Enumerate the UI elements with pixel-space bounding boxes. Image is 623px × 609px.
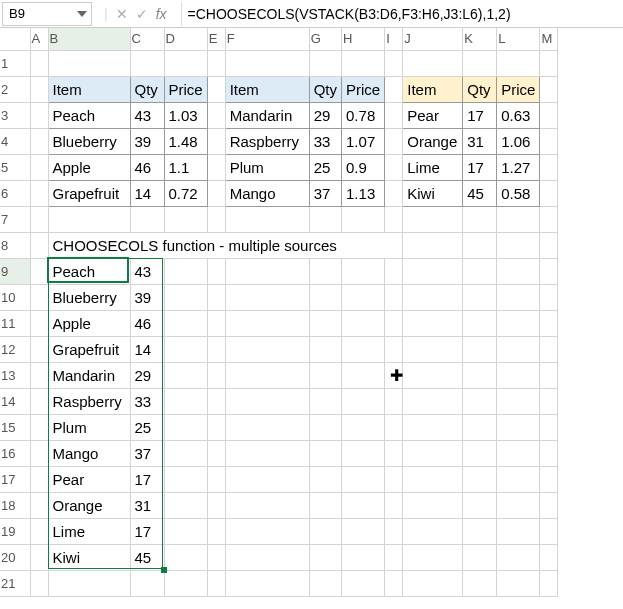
cell-L13[interactable]	[497, 362, 540, 388]
cell-D12[interactable]	[164, 336, 207, 362]
row-head-13[interactable]: 13	[0, 362, 30, 388]
cell-M15[interactable]	[540, 414, 558, 440]
cell-J13[interactable]	[403, 362, 463, 388]
cell-D21[interactable]	[164, 570, 207, 596]
cell-L9[interactable]	[497, 258, 540, 284]
cell-I11[interactable]	[385, 310, 403, 336]
cell-B1[interactable]	[48, 50, 130, 76]
cell-K2[interactable]: Qty	[463, 76, 497, 102]
cell-K8[interactable]	[463, 232, 497, 258]
cell-K17[interactable]	[463, 466, 497, 492]
cell-C16[interactable]: 37	[130, 440, 164, 466]
cell-A15[interactable]	[30, 414, 48, 440]
cell-C18[interactable]: 31	[130, 492, 164, 518]
cell-E14[interactable]	[207, 388, 225, 414]
cell-E6[interactable]	[207, 180, 225, 206]
cell-D2[interactable]: Price	[164, 76, 207, 102]
cell-K6[interactable]: 45	[463, 180, 497, 206]
cell-I12[interactable]	[385, 336, 403, 362]
cell-I17[interactable]	[385, 466, 403, 492]
cell-B20[interactable]: Kiwi	[48, 544, 130, 570]
cell-A4[interactable]	[30, 128, 48, 154]
cell-I13[interactable]	[385, 362, 403, 388]
cell-B17[interactable]: Pear	[48, 466, 130, 492]
cell-C1[interactable]	[130, 50, 164, 76]
cell-J12[interactable]	[403, 336, 463, 362]
row-head-14[interactable]: 14	[0, 388, 30, 414]
cell-K3[interactable]: 17	[463, 102, 497, 128]
cell-M11[interactable]	[540, 310, 558, 336]
row-head-15[interactable]: 15	[0, 414, 30, 440]
cell-L2[interactable]: Price	[497, 76, 540, 102]
cell-J3[interactable]: Pear	[403, 102, 463, 128]
cell-B3[interactable]: Peach	[48, 102, 130, 128]
cell-H20[interactable]	[342, 544, 385, 570]
cell-H12[interactable]	[342, 336, 385, 362]
cell-J9[interactable]	[403, 258, 463, 284]
cell-H11[interactable]	[342, 310, 385, 336]
cell-H9[interactable]	[342, 258, 385, 284]
cell-E18[interactable]	[207, 492, 225, 518]
cell-H4[interactable]: 1.07	[342, 128, 385, 154]
col-head-G[interactable]: G	[309, 28, 341, 50]
cell-G12[interactable]	[309, 336, 341, 362]
cell-E1[interactable]	[207, 50, 225, 76]
cell-F1[interactable]	[225, 50, 309, 76]
cell-K21[interactable]	[463, 570, 497, 596]
cell-B18[interactable]: Orange	[48, 492, 130, 518]
cell-D4[interactable]: 1.48	[164, 128, 207, 154]
cell-E13[interactable]	[207, 362, 225, 388]
cell-C10[interactable]: 39	[130, 284, 164, 310]
col-head-K[interactable]: K	[463, 28, 497, 50]
cell-J4[interactable]: Orange	[403, 128, 463, 154]
cell-E2[interactable]	[207, 76, 225, 102]
cell-A1[interactable]	[30, 50, 48, 76]
cell-L12[interactable]	[497, 336, 540, 362]
cell-G16[interactable]	[309, 440, 341, 466]
cell-I3[interactable]	[385, 102, 403, 128]
cell-F11[interactable]	[225, 310, 309, 336]
name-box-dropdown-icon[interactable]	[77, 11, 87, 17]
cell-K1[interactable]	[463, 50, 497, 76]
cell-G19[interactable]	[309, 518, 341, 544]
cell-L7[interactable]	[497, 206, 540, 232]
cell-G14[interactable]	[309, 388, 341, 414]
cell-K19[interactable]	[463, 518, 497, 544]
cell-J8[interactable]	[403, 232, 463, 258]
cell-L5[interactable]: 1.27	[497, 154, 540, 180]
cell-K12[interactable]	[463, 336, 497, 362]
cell-M12[interactable]	[540, 336, 558, 362]
cell-K11[interactable]	[463, 310, 497, 336]
cell-F21[interactable]	[225, 570, 309, 596]
row-head-18[interactable]: 18	[0, 492, 30, 518]
cell-B2[interactable]: Item	[48, 76, 130, 102]
cell-M17[interactable]	[540, 466, 558, 492]
row-head-17[interactable]: 17	[0, 466, 30, 492]
cell-H18[interactable]	[342, 492, 385, 518]
cell-J18[interactable]	[403, 492, 463, 518]
cell-F15[interactable]	[225, 414, 309, 440]
cell-H5[interactable]: 0.9	[342, 154, 385, 180]
cell-M5[interactable]	[540, 154, 558, 180]
cell-D11[interactable]	[164, 310, 207, 336]
cell-C21[interactable]	[130, 570, 164, 596]
cell-C9[interactable]: 43	[130, 258, 164, 284]
cell-J20[interactable]	[403, 544, 463, 570]
cell-A10[interactable]	[30, 284, 48, 310]
cell-F10[interactable]	[225, 284, 309, 310]
cell-B8[interactable]: CHOOSECOLS function - multiple sources	[48, 232, 403, 258]
cell-H14[interactable]	[342, 388, 385, 414]
cell-E4[interactable]	[207, 128, 225, 154]
cell-E5[interactable]	[207, 154, 225, 180]
cell-M13[interactable]	[540, 362, 558, 388]
cell-F20[interactable]	[225, 544, 309, 570]
cell-M20[interactable]	[540, 544, 558, 570]
cell-A8[interactable]	[30, 232, 48, 258]
cell-F13[interactable]	[225, 362, 309, 388]
cell-J16[interactable]	[403, 440, 463, 466]
cell-I20[interactable]	[385, 544, 403, 570]
cell-E15[interactable]	[207, 414, 225, 440]
cell-B12[interactable]: Grapefruit	[48, 336, 130, 362]
cell-D15[interactable]	[164, 414, 207, 440]
cell-G1[interactable]	[309, 50, 341, 76]
